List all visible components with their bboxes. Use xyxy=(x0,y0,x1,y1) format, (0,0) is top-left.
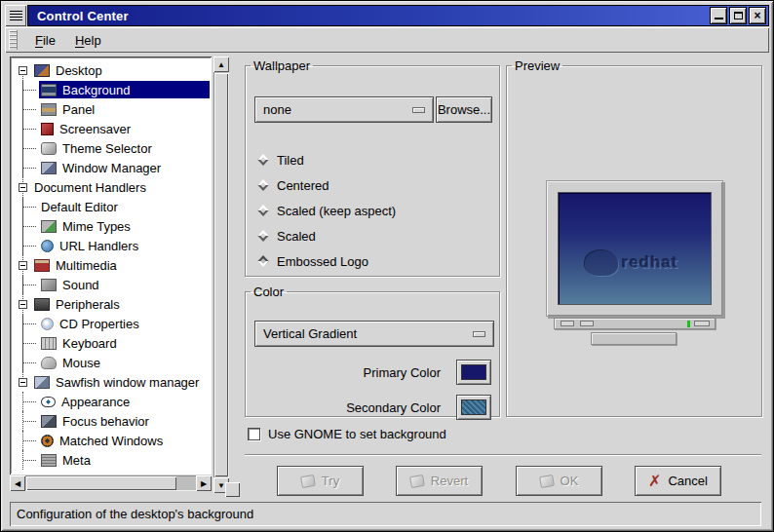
close-icon: × xyxy=(754,9,760,22)
radio-label: Centered xyxy=(277,178,329,193)
menu-help[interactable]: Help xyxy=(65,30,111,51)
monitor-button-icon xyxy=(561,321,574,326)
window-manager-icon xyxy=(41,162,57,174)
tree-item-sound[interactable]: Sound xyxy=(13,275,210,294)
tree-horizontal-scrollbar[interactable]: ◀ ▶ xyxy=(10,475,212,491)
tree-item-matched-windows[interactable]: Matched Windows xyxy=(13,431,210,450)
primary-color-label: Primary Color xyxy=(364,365,441,380)
secondary-color-label: Secondary Color xyxy=(346,400,441,415)
minimize-button[interactable] xyxy=(710,7,727,24)
ok-icon xyxy=(539,474,555,487)
tree-item-mime-types[interactable]: Mime Types xyxy=(13,216,210,236)
menu-file[interactable]: File xyxy=(25,30,65,51)
settings-tree: DesktopBackgroundPanelScreensaverTheme S… xyxy=(10,57,212,475)
tree-item-mouse[interactable]: Mouse xyxy=(13,353,210,372)
tree-item-label: Background xyxy=(62,83,130,97)
preview-legend: Preview xyxy=(512,58,562,73)
tree-item-label: Mime Types xyxy=(62,219,131,234)
radio-tiled[interactable]: Tiled xyxy=(257,147,491,172)
cancel-button[interactable]: ✗Cancel xyxy=(635,466,721,496)
window-menu-button[interactable] xyxy=(5,5,26,26)
scroll-up-icon[interactable]: ▲ xyxy=(213,57,229,72)
tree-item-content: URL Handlers xyxy=(39,237,210,254)
radio-diamond-icon[interactable] xyxy=(257,255,268,266)
main-area: DesktopBackgroundPanelScreensaverTheme S… xyxy=(5,53,769,527)
tree-item-theme-selector[interactable]: Theme Selector xyxy=(13,138,210,158)
maximize-button[interactable] xyxy=(729,7,747,24)
tree-item-background[interactable]: Background xyxy=(13,80,210,99)
tree-item-content: Default Editor xyxy=(39,198,210,215)
wallpaper-dropdown[interactable]: none xyxy=(254,96,434,123)
secondary-color-button[interactable] xyxy=(456,395,491,420)
tree-item-keyboard[interactable]: Keyboard xyxy=(13,333,210,353)
radio-scaled[interactable]: Scaled xyxy=(257,223,491,248)
preview-monitor: redhat xyxy=(546,180,723,317)
tree-item-content: Desktop xyxy=(32,61,210,79)
radio-diamond-icon[interactable] xyxy=(257,205,268,215)
tree-item-content: CD Properties xyxy=(39,315,210,332)
tree-item-window-manager[interactable]: Window Manager xyxy=(13,158,210,177)
embossed-logo: redhat xyxy=(559,250,705,276)
tree-expander-minus-icon[interactable] xyxy=(19,300,27,309)
tree-item-content: Appearance xyxy=(39,393,210,410)
window-menu-icon xyxy=(10,11,22,21)
tree-expander-minus-icon[interactable] xyxy=(19,261,27,270)
menubar-grip-handle[interactable] xyxy=(9,30,18,50)
use-gnome-checkbox[interactable] xyxy=(248,428,260,440)
tree-item-content: Window Manager xyxy=(39,159,210,176)
tree-item-appearance[interactable]: Appearance xyxy=(13,392,210,411)
gradient-dropdown[interactable]: Vertical Gradient xyxy=(254,321,494,347)
radio-label: Embossed Logo xyxy=(277,254,368,269)
tree-item-meta[interactable]: Meta xyxy=(13,450,210,470)
minimize-icon xyxy=(715,12,723,19)
tree-expander-minus-icon[interactable] xyxy=(19,66,27,75)
theme-selector-icon xyxy=(41,142,57,155)
use-gnome-checkbox-label: Use GNOME to set background xyxy=(268,427,446,441)
tree-connector xyxy=(22,236,39,255)
titlebar-gradient[interactable]: Control Center × xyxy=(27,5,769,26)
tree-item-document-handlers[interactable]: Document Handlers xyxy=(13,177,210,197)
tree-item-desktop[interactable]: Desktop xyxy=(13,60,210,80)
tree-item-screensaver[interactable]: Screensaver xyxy=(13,119,210,138)
sawfish-icon xyxy=(34,376,50,389)
revert-button: Revert xyxy=(396,466,483,496)
tree-item-focus-behavior[interactable]: Focus behavior xyxy=(13,411,210,431)
tree-item-panel[interactable]: Panel xyxy=(13,99,210,119)
tree-item-url-handlers[interactable]: URL Handlers xyxy=(13,236,210,255)
tree-item-default-editor[interactable]: Default Editor xyxy=(13,197,210,216)
horizontal-scroll-thumb[interactable] xyxy=(26,476,176,490)
tree-item-label: Document Handlers xyxy=(34,180,146,195)
tree-vertical-scrollbar[interactable]: ▲ ▼ xyxy=(213,57,229,493)
tree-item-peripherals[interactable]: Peripherals xyxy=(13,294,210,314)
radio-diamond-icon[interactable] xyxy=(257,154,268,165)
action-button-bar: TryRevertOK✗Cancel xyxy=(245,466,761,496)
tree-connector xyxy=(22,314,39,333)
scroll-right-icon[interactable]: ▶ xyxy=(196,475,212,491)
browse-button[interactable]: Browse... xyxy=(436,96,492,123)
primary-color-button[interactable] xyxy=(456,360,491,385)
scroll-left-icon[interactable]: ◀ xyxy=(10,475,25,491)
tree-item-label: Theme Selector xyxy=(62,141,152,156)
vertical-scroll-thumb[interactable] xyxy=(214,73,228,476)
radio-diamond-icon[interactable] xyxy=(257,230,268,241)
radio-scaled-keep-aspect[interactable]: Scaled (keep aspect) xyxy=(257,198,491,223)
radio-diamond-icon[interactable] xyxy=(257,179,268,190)
radio-centered[interactable]: Centered xyxy=(257,172,491,198)
radio-embossed-logo[interactable]: Embossed Logo xyxy=(257,248,491,274)
tree-expander-minus-icon[interactable] xyxy=(19,378,27,387)
tree-item-label: Matched Windows xyxy=(59,434,163,448)
statusbar-text: Configuration of the desktop's backgroun… xyxy=(17,507,253,521)
tree-item-label: Window Manager xyxy=(62,161,161,175)
pane-resize-handle[interactable] xyxy=(225,482,240,497)
close-button[interactable]: × xyxy=(749,7,766,24)
monitor-button-icon xyxy=(694,321,710,326)
secondary-color-swatch xyxy=(461,399,486,415)
monitor-stand xyxy=(591,332,677,345)
tree-item-sawfish-window-manager[interactable]: Sawfish window manager xyxy=(13,372,210,392)
tree-item-multimedia[interactable]: Multimedia xyxy=(13,255,210,275)
tree-expander-minus-icon[interactable] xyxy=(19,183,27,192)
tree-item-cd-properties[interactable]: CD Properties xyxy=(13,314,210,333)
tree-item-label: Multimedia xyxy=(56,258,117,273)
desktop-icon xyxy=(34,64,50,77)
ok-button: OK xyxy=(516,466,602,496)
